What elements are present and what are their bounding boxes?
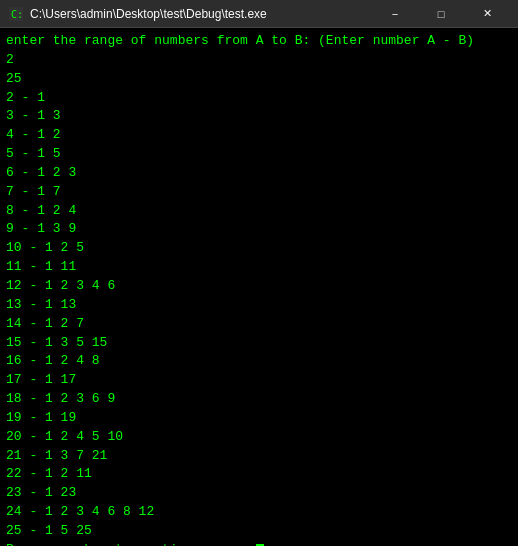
console-line: 15 - 1 3 5 15	[6, 334, 512, 353]
console-line: 14 - 1 2 7	[6, 315, 512, 334]
console-line: 25	[6, 70, 512, 89]
console-line: 6 - 1 2 3	[6, 164, 512, 183]
console-line: 21 - 1 3 7 21	[6, 447, 512, 466]
console-line: 20 - 1 2 4 5 10	[6, 428, 512, 447]
console-line: 3 - 1 3	[6, 107, 512, 126]
console-line: 9 - 1 3 9	[6, 220, 512, 239]
console-line: 7 - 1 7	[6, 183, 512, 202]
console-line: 5 - 1 5	[6, 145, 512, 164]
console-line: 2	[6, 51, 512, 70]
console-line: 25 - 1 5 25	[6, 522, 512, 541]
close-button[interactable]: ✕	[464, 0, 510, 28]
minimize-button[interactable]: −	[372, 0, 418, 28]
title-bar: C: C:\Users\admin\Desktop\test\Debug\tes…	[0, 0, 518, 28]
window-title: C:\Users\admin\Desktop\test\Debug\test.e…	[30, 7, 372, 21]
console-line: 4 - 1 2	[6, 126, 512, 145]
console-line: 8 - 1 2 4	[6, 202, 512, 221]
console-line: 2 - 1	[6, 89, 512, 108]
console-line: 16 - 1 2 4 8	[6, 352, 512, 371]
console-line: Press any key to continue . . .	[6, 541, 512, 546]
console-output: enter the range of numbers from A to B: …	[0, 28, 518, 546]
window-controls: − □ ✕	[372, 0, 510, 28]
console-line: 19 - 1 19	[6, 409, 512, 428]
console-line: 13 - 1 13	[6, 296, 512, 315]
terminal-icon: C:	[8, 6, 24, 22]
maximize-button[interactable]: □	[418, 0, 464, 28]
console-line: 18 - 1 2 3 6 9	[6, 390, 512, 409]
console-line: 12 - 1 2 3 4 6	[6, 277, 512, 296]
svg-text:C:: C:	[11, 9, 23, 20]
console-line: 11 - 1 11	[6, 258, 512, 277]
console-line: 17 - 1 17	[6, 371, 512, 390]
console-line: 23 - 1 23	[6, 484, 512, 503]
console-line: 10 - 1 2 5	[6, 239, 512, 258]
window: C: C:\Users\admin\Desktop\test\Debug\tes…	[0, 0, 518, 546]
console-line: 24 - 1 2 3 4 6 8 12	[6, 503, 512, 522]
console-line: enter the range of numbers from A to B: …	[6, 32, 512, 51]
console-line: 22 - 1 2 11	[6, 465, 512, 484]
